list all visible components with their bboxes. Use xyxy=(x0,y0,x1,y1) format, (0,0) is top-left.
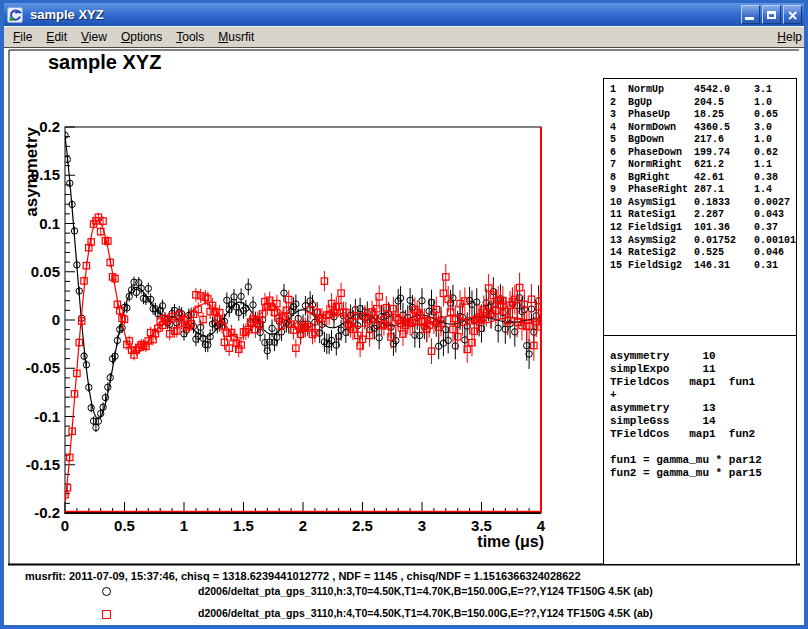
parameter-row: 7 NormRight 621.2 1.1 xyxy=(610,159,796,172)
close-button[interactable]: × xyxy=(783,5,802,24)
menu-item-file[interactable]: File xyxy=(13,30,32,44)
fit-status-text: musrfit: 2011-07-09, 15:37:46, chisq = 1… xyxy=(25,570,581,582)
x-axis-title: time (μs) xyxy=(477,533,544,550)
svg-text:++: ++ xyxy=(14,9,22,16)
menu-item-view[interactable]: View xyxy=(81,30,107,44)
legend-entry: d2006/deltat_pta_gps_3110,h:4,T0=4.50K,T… xyxy=(4,607,804,621)
close-icon: × xyxy=(787,8,799,22)
svg-text:-0.1: -0.1 xyxy=(34,408,60,425)
menu-left-group: FileEditViewOptionsToolsMusrfit xyxy=(4,30,254,44)
svg-text:3: 3 xyxy=(418,517,426,534)
data-series-open-square xyxy=(62,213,544,503)
root-app-icon: ++ xyxy=(7,7,23,23)
maximize-button[interactable] xyxy=(762,5,781,24)
root-canvas: 00.511.522.533.54-0.2-0.15-0.1-0.0500.05… xyxy=(4,48,804,566)
parameter-row: 1 NormUp 4542.0 3.1 xyxy=(610,84,796,97)
svg-text:0.5: 0.5 xyxy=(114,517,135,534)
menu-item-tools[interactable]: Tools xyxy=(176,30,204,44)
parameter-row: 8 BgRight 42.61 0.38 xyxy=(610,172,796,185)
svg-text:0.2: 0.2 xyxy=(39,118,60,135)
plot-title: sample XYZ xyxy=(48,51,161,74)
fit-parameters-list: 1 NormUp 4542.0 3.12 BgUp 204.5 1.03 Pha… xyxy=(610,84,796,272)
theory-panel: asymmetry 10 simplExpo 11 TFieldCos map1… xyxy=(603,335,797,565)
svg-text:1: 1 xyxy=(180,517,188,534)
svg-text:0: 0 xyxy=(61,517,69,534)
parameter-row: 2 BgUp 204.5 1.0 xyxy=(610,97,796,110)
y-axis-title: asymmetry xyxy=(22,126,41,216)
svg-text:1.5: 1.5 xyxy=(233,517,254,534)
legend-label: d2006/deltat_pta_gps_3110,h:3,T0=4.50K,T… xyxy=(198,585,653,597)
svg-text:0.05: 0.05 xyxy=(31,263,60,280)
svg-text:-0.15: -0.15 xyxy=(26,456,60,473)
window-titlebar: ++ sample XYZ × xyxy=(4,3,804,26)
svg-text:2.5: 2.5 xyxy=(352,517,373,534)
menu-right-group: Help xyxy=(768,30,802,44)
parameter-row: 12 FieldSig1 101.36 0.37 xyxy=(610,222,796,235)
parameter-row: 13 AsymSig2 0.01752 0.00101 xyxy=(610,235,796,248)
data-series-open-circle xyxy=(62,131,544,432)
svg-text:4: 4 xyxy=(537,517,546,534)
parameter-row: 6 PhaseDown 199.74 0.62 xyxy=(610,147,796,160)
parameter-row: 9 PhaseRight 287.1 1.4 xyxy=(610,184,796,197)
parameter-row: 11 RateSig1 2.287 0.043 xyxy=(610,209,796,222)
svg-text:3.5: 3.5 xyxy=(471,517,492,534)
menu-bar: FileEditViewOptionsToolsMusrfit Help xyxy=(4,26,804,48)
menu-item-options[interactable]: Options xyxy=(121,30,162,44)
menu-item-edit[interactable]: Edit xyxy=(46,30,67,44)
legend-label: d2006/deltat_pta_gps_3110,h:4,T0=4.50K,T… xyxy=(198,607,653,619)
parameter-row: 10 AsymSig1 0.1833 0.0027 xyxy=(610,197,796,210)
open-circle-legend-marker xyxy=(102,587,111,596)
menu-item-help[interactable]: Help xyxy=(777,30,802,44)
svg-text:0: 0 xyxy=(52,311,60,328)
parameter-row: 3 PhaseUp 18.25 0.65 xyxy=(610,109,796,122)
application-window: ++ sample XYZ × FileEditViewOptionsTools… xyxy=(0,0,808,629)
svg-text:0.1: 0.1 xyxy=(39,215,60,232)
minimize-icon xyxy=(745,17,754,20)
svg-text:2: 2 xyxy=(299,517,307,534)
open-square-legend-marker xyxy=(102,610,111,619)
minimize-button[interactable] xyxy=(741,5,760,24)
theory-text: asymmetry 10 simplExpo 11 TFieldCos map1… xyxy=(610,350,796,480)
svg-text:-0.2: -0.2 xyxy=(34,504,60,521)
parameter-row: 4 NormDown 4360.5 3.0 xyxy=(610,122,796,135)
status-legend-bar: musrfit: 2011-07-09, 15:37:46, chisq = 1… xyxy=(4,566,804,625)
menu-item-musrfit[interactable]: Musrfit xyxy=(218,30,254,44)
parameter-row: 14 RateSig2 0.525 0.046 xyxy=(610,247,796,260)
svg-text:-0.05: -0.05 xyxy=(26,359,60,376)
window-title: sample XYZ xyxy=(30,7,741,22)
parameter-row: 15 FieldSig2 146.31 0.31 xyxy=(610,260,796,273)
legend-entry: d2006/deltat_pta_gps_3110,h:3,T0=4.50K,T… xyxy=(4,585,804,599)
maximize-icon xyxy=(767,11,776,19)
fit-parameters-panel: 1 NormUp 4542.0 3.12 BgUp 204.5 1.03 Pha… xyxy=(603,78,797,336)
parameter-row: 5 BgDown 217.6 1.0 xyxy=(610,134,796,147)
